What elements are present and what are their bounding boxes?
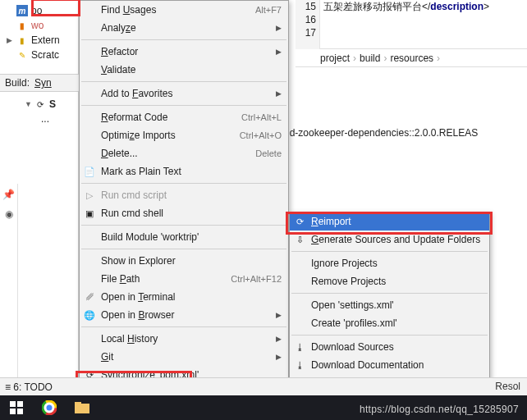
menu-shortcut: Alt+F7 — [255, 5, 282, 15]
menu-label: Delete... — [101, 148, 249, 159]
menu-item-reimport[interactable]: ⟳Reimport — [290, 212, 489, 231]
menu-item-delete[interactable]: Delete...Delete — [80, 144, 288, 162]
editor-area[interactable]: 15 16 17 五架差旅移动报销平台</description> — [296, 0, 527, 49]
tree-item-scratches[interactable]: ✎ Scratc — [2, 48, 76, 62]
menu-item-remove-projects[interactable]: Remove Projects — [290, 272, 489, 290]
todo-tab[interactable]: ≡ 6: TODO — [5, 381, 53, 393]
menu-label: Remove Projects — [311, 276, 483, 287]
menu-shortcut: Ctrl+Alt+F12 — [231, 274, 282, 284]
menu-item-find-usages[interactable]: Find UsagesAlt+F7 — [80, 1, 288, 19]
eye-icon[interactable]: ◉ — [3, 208, 15, 220]
gen-icon: ⇩ — [293, 233, 306, 246]
menu-item-add-to-favorites[interactable]: Add to Favorites▶ — [80, 84, 288, 103]
scratch-icon: ✎ — [16, 49, 28, 61]
submenu-arrow-icon: ▶ — [276, 353, 282, 361]
menu-label: Show in Explorer — [101, 255, 282, 267]
svg-rect-10 — [75, 402, 81, 405]
module-icon: ▮ — [16, 20, 28, 31]
menu-shortcut: Delete — [255, 148, 282, 158]
svg-rect-3 — [17, 409, 23, 414]
menu-item-optimize-imports[interactable]: Optimize ImportsCtrl+Alt+O — [80, 126, 288, 144]
menu-label: Refactor — [101, 46, 271, 57]
menu-item-open-in-terminal[interactable]: ␥Open in Terminal — [80, 288, 288, 306]
crumb[interactable]: build — [360, 52, 380, 64]
reimp-icon: ⟳ — [293, 215, 306, 228]
menu-label: Mark as Plain Text — [101, 166, 282, 177]
menu-item-open-in-browser[interactable]: 🌐Open in Browser▶ — [80, 306, 288, 324]
menu-item-git[interactable]: Git▶ — [80, 348, 288, 366]
sync-tab[interactable]: Syn — [34, 77, 52, 89]
chrome-button[interactable] — [33, 395, 66, 420]
folder-button[interactable] — [66, 395, 99, 420]
pin-icon[interactable]: 📌 — [3, 189, 15, 200]
editor-code[interactable]: 五架差旅移动报销平台</description> — [323, 0, 489, 14]
menu-shortcut: Ctrl+Alt+L — [241, 112, 282, 122]
menu-item-run-cmd-shell[interactable]: ▣Run cmd shell — [80, 204, 288, 222]
menu-label: Add to Favorites — [101, 88, 271, 99]
sync-ok-icon: ⟳ — [34, 98, 46, 110]
menu-item-reformat-code[interactable]: Reformat CodeCtrl+Alt+L — [80, 108, 288, 126]
svg-rect-2 — [10, 409, 16, 414]
crumb[interactable]: project — [320, 52, 350, 64]
menu-label: File Path — [101, 273, 224, 285]
collapse-icon[interactable]: ▼ — [25, 100, 31, 108]
menu-label: Ignore Projects — [311, 258, 483, 269]
menu-item-show-in-explorer[interactable]: Show in Explorer — [80, 252, 288, 270]
menu-item-analyze[interactable]: Analyze▶ — [80, 19, 288, 37]
menu-label: Run cmd shell — [101, 208, 282, 219]
tree-item-wo[interactable]: ▮ wo — [2, 18, 76, 33]
bottom-tool-tabs[interactable]: ≡ 6: TODO — [0, 377, 527, 395]
submenu-arrow-icon: ▶ — [276, 335, 282, 343]
library-icon: ▮ — [16, 34, 28, 46]
mark-icon: 📄 — [83, 165, 96, 178]
build-label: Build: — [5, 77, 30, 89]
menu-item-generate-sources-and-update-folders[interactable]: ⇩Generate Sources and Update Folders — [290, 231, 489, 249]
tree-item-pom[interactable]: m po — [2, 3, 76, 18]
menu-label: Local History — [101, 333, 271, 345]
menu-item-create-profiles-xml[interactable]: Create 'profiles.xml' — [290, 314, 489, 332]
context-menu[interactable]: Find UsagesAlt+F7Analyze▶Refactor▶Valida… — [79, 0, 289, 420]
menu-label: Reimport — [311, 216, 483, 227]
menu-item-open-settings-xml[interactable]: Open 'settings.xml' — [290, 296, 489, 314]
tree-item-external[interactable]: ▶ ▮ Extern — [2, 33, 76, 48]
menu-item-ignore-projects[interactable]: Ignore Projects — [290, 254, 489, 272]
start-button[interactable] — [0, 395, 33, 420]
menu-label: Open in Browser — [101, 309, 271, 321]
menu-label: Generate Sources and Update Folders — [311, 234, 483, 245]
menu-item-refactor[interactable]: Refactor▶ — [80, 43, 288, 61]
editor-breadcrumb[interactable]: project› build› resources› — [296, 49, 527, 67]
windows-taskbar[interactable]: https://blog.csdn.net/qq_15285907 — [0, 395, 527, 420]
run-icon: ▷ — [83, 189, 96, 202]
svg-rect-1 — [17, 401, 23, 407]
dl-icon: ⭳ — [293, 340, 306, 354]
menu-label: Build Module 'worktrip' — [101, 231, 282, 243]
windows-icon — [10, 401, 23, 414]
submenu-arrow-icon: ▶ — [276, 24, 282, 32]
menu-item-mark-as-plain-text[interactable]: 📄Mark as Plain Text — [80, 162, 288, 180]
menu-label: Optimize Imports — [101, 130, 233, 141]
svg-rect-0 — [10, 401, 16, 407]
sync-root[interactable]: ▼ ⟳ S — [20, 97, 56, 112]
menu-item-file-path[interactable]: File PathCtrl+Alt+F12 — [80, 270, 288, 288]
term-icon: ␥ — [83, 290, 96, 304]
expand-icon[interactable]: ▶ — [7, 36, 13, 44]
submenu-arrow-icon: ▶ — [276, 89, 282, 98]
sync-dots[interactable]: ... — [20, 112, 56, 126]
menu-label: Git — [101, 351, 271, 363]
menu-item-download-documentation[interactable]: ⭳Download Documentation — [290, 356, 489, 374]
cmd-icon: ▣ — [83, 207, 96, 220]
menu-label: Download Sources — [311, 341, 483, 353]
dl-icon: ⭳ — [293, 358, 306, 372]
menu-item-download-sources[interactable]: ⭳Download Sources — [290, 338, 489, 356]
menu-item-build-module-worktrip[interactable]: Build Module 'worktrip' — [80, 228, 288, 246]
watermark: https://blog.csdn.net/qq_15285907 — [360, 404, 519, 415]
menu-label: Reformat Code — [101, 112, 235, 123]
globe-icon: 🌐 — [83, 308, 96, 322]
menu-label: Open 'settings.xml' — [311, 299, 483, 311]
menu-label: Find Usages — [101, 4, 249, 16]
menu-item-local-history[interactable]: Local History▶ — [80, 330, 288, 348]
menu-item-validate[interactable]: Validate — [80, 61, 288, 79]
crumb[interactable]: resources — [390, 52, 433, 64]
build-tool-header: Build: Syn — [0, 74, 79, 92]
svg-point-8 — [47, 405, 53, 411]
